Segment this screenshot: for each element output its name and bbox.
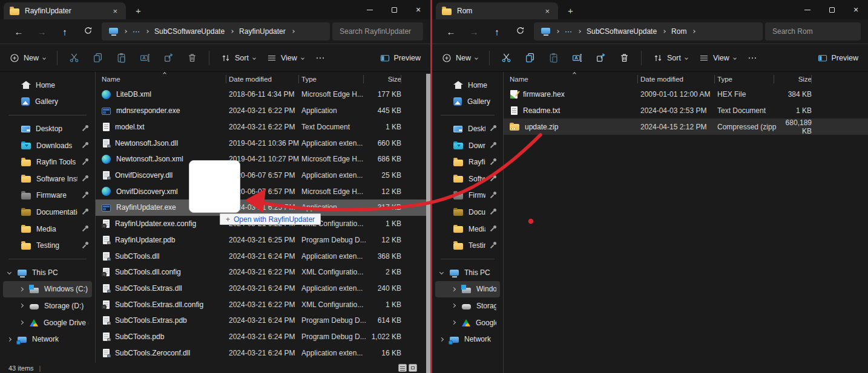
details-view-button[interactable] — [398, 364, 407, 372]
forward-button[interactable]: → — [30, 27, 53, 37]
preview-button[interactable]: Preview — [380, 53, 421, 63]
scrollbar[interactable] — [426, 74, 430, 373]
search-input[interactable]: Search Rom — [765, 22, 861, 41]
tab-rayfinupdater[interactable]: RayfinUpdater × — [4, 2, 126, 19]
new-tab-button[interactable]: + — [136, 5, 141, 19]
copy-button[interactable] — [93, 53, 103, 63]
up-button[interactable]: ↑ — [53, 27, 76, 37]
back-button[interactable]: ← — [7, 27, 30, 37]
column-header-name[interactable]: Name — [510, 72, 640, 86]
sort-button[interactable]: Sort — [653, 53, 688, 63]
file-row[interactable]: RayfinUpdater.pdb 2024-03-21 6:25 PM Pro… — [96, 232, 430, 248]
minimize-button[interactable] — [795, 1, 820, 19]
breadcrumb-segment[interactable]: SubCSoftwareUpdate — [587, 27, 657, 36]
more-options-button[interactable] — [315, 53, 325, 63]
cut-button[interactable] — [69, 53, 79, 63]
breadcrumb[interactable]: ··· SubCSoftwareUpdate RayfinUpdater — [102, 22, 330, 41]
forward-button[interactable]: → — [462, 27, 485, 37]
sidebar-item[interactable]: Software Ins — [435, 170, 500, 187]
column-header-type[interactable]: Type — [717, 72, 777, 86]
sidebar-item[interactable]: Downloads — [3, 137, 92, 154]
refresh-button[interactable] — [508, 26, 531, 37]
expander-chevron-icon[interactable] — [7, 337, 12, 342]
sidebar-item[interactable]: Documentation — [3, 204, 92, 221]
rename-button[interactable]: A — [572, 53, 582, 63]
new-button[interactable]: New — [442, 53, 478, 63]
paste-button[interactable] — [548, 53, 559, 63]
view-button[interactable]: View — [267, 53, 304, 63]
expander-chevron-icon[interactable] — [19, 320, 24, 325]
titlebar[interactable]: Rom × + × — [432, 0, 868, 19]
search-input[interactable]: Search RayfinUpdater — [332, 22, 423, 41]
sidebar-item[interactable]: Firmware — [3, 187, 92, 204]
refresh-button[interactable] — [76, 26, 99, 37]
sidebar-item[interactable]: Rayfin Tools — [3, 154, 92, 170]
breadcrumb-segment[interactable]: SubCSoftwareUpdate — [154, 27, 225, 36]
expander-chevron-icon[interactable] — [452, 303, 456, 308]
expander-chevron-icon[interactable] — [7, 270, 12, 274]
file-row[interactable]: OnvifDiscovery.dll 2020-06-07 6:57 PM Ap… — [96, 167, 430, 184]
sidebar-item[interactable]: Documenta — [435, 204, 500, 221]
expander-chevron-icon[interactable] — [452, 320, 456, 325]
up-button[interactable]: ↑ — [485, 27, 508, 37]
new-tab-button[interactable]: + — [568, 5, 573, 19]
tab-rom[interactable]: Rom × — [436, 2, 558, 19]
sidebar-item[interactable]: Storage (D:) — [435, 297, 500, 314]
titlebar[interactable]: RayfinUpdater × + × — [0, 0, 430, 19]
sidebar-item[interactable]: Google Drive — [435, 314, 500, 331]
sidebar-item[interactable]: Desktop — [3, 120, 92, 137]
column-header-date[interactable]: Date modified — [229, 72, 301, 86]
sidebar-item[interactable]: Media — [3, 221, 92, 238]
sidebar-item[interactable]: Network — [3, 331, 92, 348]
sidebar-item[interactable]: Gallery — [435, 94, 500, 111]
sidebar-item[interactable]: Desktop — [435, 120, 500, 137]
file-row[interactable]: mdnsresponder.exe 2024-03-21 6:22 PM App… — [96, 103, 430, 119]
breadcrumb-segment[interactable]: Rom — [671, 27, 686, 36]
file-row[interactable]: firmware.hex 2009-01-01 12:00 AM HEX Fil… — [504, 86, 868, 103]
sidebar-item[interactable]: Network — [435, 331, 500, 348]
sidebar-item[interactable]: Gallery — [3, 94, 92, 111]
maximize-button[interactable] — [820, 1, 844, 19]
sidebar-item[interactable]: Software Install — [3, 170, 92, 187]
column-header-name[interactable]: Name — [102, 72, 229, 86]
sidebar-item[interactable]: Storage (D:) — [3, 297, 92, 314]
paste-button[interactable] — [116, 53, 127, 63]
file-row[interactable]: model.txt 2024-03-21 6:22 PM Text Docume… — [96, 118, 430, 135]
file-row[interactable]: update.zip 2024-04-15 2:12 PM Compressed… — [504, 118, 868, 135]
breadcrumb-ellipsis[interactable]: ··· — [565, 27, 572, 36]
back-button[interactable]: ← — [439, 27, 462, 37]
new-button[interactable]: New — [10, 53, 45, 63]
column-header-type[interactable]: Type — [301, 72, 366, 86]
maximize-button[interactable] — [382, 1, 406, 19]
expander-chevron-icon[interactable] — [19, 303, 24, 308]
file-row[interactable]: OnvifDiscovery.xml 2020-06-07 6:57 PM Mi… — [96, 183, 430, 199]
file-row[interactable]: SubCTools.Extras.dll 2024-03-21 6:24 PM … — [96, 281, 430, 297]
more-options-button[interactable] — [748, 53, 757, 63]
file-row[interactable]: Newtonsoft.Json.xml 2019-04-21 10:27 PM … — [96, 151, 430, 167]
preview-button[interactable]: Preview — [818, 53, 858, 63]
tab-close-icon[interactable]: × — [110, 7, 120, 16]
sidebar-item[interactable]: Home — [3, 77, 92, 94]
delete-button[interactable] — [187, 53, 197, 63]
close-button[interactable]: × — [844, 1, 868, 19]
sidebar-item[interactable]: Testing — [435, 237, 500, 254]
sidebar-item[interactable]: Google Drive (G:) — [3, 314, 92, 331]
expander-chevron-icon[interactable] — [439, 270, 444, 274]
sidebar-item[interactable]: This PC — [435, 264, 500, 281]
large-icons-view-button[interactable] — [409, 364, 417, 372]
tab-close-icon[interactable]: × — [542, 7, 552, 16]
file-row[interactable]: SubCTools.pdb 2024-03-21 6:24 PM Program… — [96, 329, 430, 345]
file-row[interactable]: LiteDB.xml 2018-06-11 4:34 PM Microsoft … — [96, 86, 430, 103]
breadcrumb-ellipsis[interactable]: ··· — [133, 27, 140, 36]
file-row[interactable]: SubCTools.Zeroconf.dll 2024-03-21 6:24 P… — [96, 345, 430, 362]
cut-button[interactable] — [501, 53, 511, 63]
sidebar-item[interactable]: This PC — [3, 264, 92, 281]
expander-chevron-icon[interactable] — [439, 337, 444, 342]
sidebar-item[interactable]: Testing — [3, 237, 92, 254]
breadcrumb-segment[interactable]: RayfinUpdater — [239, 27, 286, 36]
sidebar-item[interactable]: Windows (C:) — [435, 281, 500, 298]
copy-button[interactable] — [525, 53, 535, 63]
expander-chevron-icon[interactable] — [19, 287, 24, 291]
sidebar-item[interactable]: Downloads — [435, 137, 500, 154]
minimize-button[interactable] — [358, 1, 382, 19]
